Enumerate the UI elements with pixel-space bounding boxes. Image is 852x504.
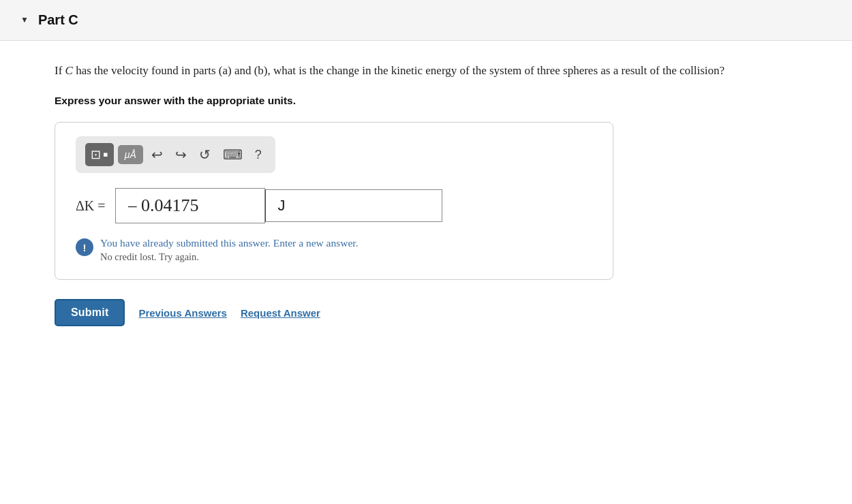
keyboard-button[interactable]: ⌨: [219, 144, 247, 166]
status-secondary-text: No credit lost. Try again.: [100, 251, 359, 263]
unit-input[interactable]: [265, 189, 442, 222]
content-area: If C has the velocity found in parts (a)…: [0, 41, 852, 353]
answer-container: ⊡ ▪ μÅ ↩ ↪ ↺ ⌨ ? ΔK = !: [55, 122, 613, 280]
units-label: μÅ: [125, 149, 136, 160]
variable-c: C: [65, 64, 73, 77]
units-button[interactable]: μÅ: [118, 145, 143, 164]
express-instruction: Express your answer with the appropriate…: [55, 95, 818, 107]
status-icon: !: [76, 238, 93, 256]
input-row: ΔK =: [76, 188, 592, 223]
request-answer-button[interactable]: Request Answer: [241, 307, 320, 319]
delta-k-label: ΔK =: [76, 198, 106, 214]
template-icon: ⊡: [91, 148, 101, 161]
status-message: ! You have already submitted this answer…: [76, 237, 592, 263]
template-icon-2: ▪: [103, 147, 108, 162]
redo-button[interactable]: ↪: [171, 144, 191, 166]
part-header: ▼ Part C: [0, 0, 852, 41]
toolbar: ⊡ ▪ μÅ ↩ ↪ ↺ ⌨ ?: [76, 136, 275, 173]
template-button[interactable]: ⊡ ▪: [85, 143, 114, 166]
previous-answers-button[interactable]: Previous Answers: [138, 307, 227, 319]
value-input[interactable]: [115, 188, 265, 223]
undo-button[interactable]: ↩: [147, 144, 167, 166]
reset-button[interactable]: ↺: [195, 144, 215, 166]
help-button[interactable]: ?: [251, 145, 266, 165]
actions-row: Submit Previous Answers Request Answer: [55, 299, 613, 326]
status-primary-text: You have already submitted this answer. …: [100, 237, 359, 249]
submit-button[interactable]: Submit: [55, 299, 125, 326]
page-wrapper: ▼ Part C If C has the velocity found in …: [0, 0, 852, 504]
question-text: If C has the velocity found in parts (a)…: [55, 61, 818, 80]
chevron-icon[interactable]: ▼: [20, 15, 29, 25]
status-text-block: You have already submitted this answer. …: [100, 237, 359, 263]
part-title: Part C: [38, 12, 78, 28]
